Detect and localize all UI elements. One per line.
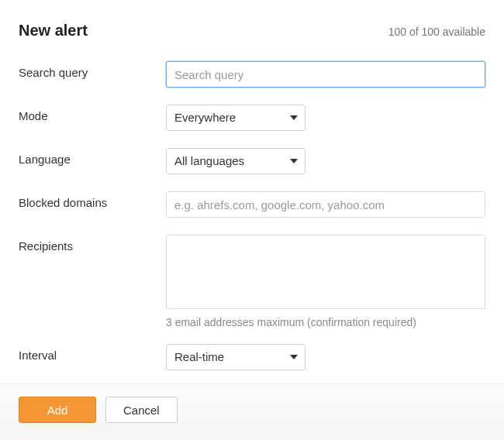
dialog-header: New alert 100 of 100 available: [19, 22, 485, 40]
row-language: Language All languages: [19, 148, 485, 174]
interval-select-value: Real-time: [166, 344, 306, 370]
dialog-body: New alert 100 of 100 available Search qu…: [0, 0, 504, 413]
mode-select-value: Everywhere: [166, 105, 306, 131]
interval-select[interactable]: Real-time: [166, 344, 306, 370]
recipients-input[interactable]: [166, 235, 485, 309]
language-select-value: All languages: [166, 148, 306, 174]
row-blocked-domains: Blocked domains: [19, 191, 485, 218]
mode-select[interactable]: Everywhere: [166, 105, 306, 131]
blocked-domains-input[interactable]: [166, 191, 485, 218]
row-search-query: Search query: [19, 61, 485, 88]
page-title: New alert: [19, 22, 88, 40]
label-recipients: Recipients: [19, 235, 166, 253]
language-select[interactable]: All languages: [166, 148, 306, 174]
alert-form: Search query Mode Everywhere: [19, 61, 485, 413]
cancel-button[interactable]: Cancel: [105, 397, 178, 423]
available-count: 100 of 100 available: [388, 26, 485, 38]
row-interval: Interval Real-time: [19, 344, 485, 370]
dialog-footer: Add Cancel: [0, 383, 504, 440]
label-blocked-domains: Blocked domains: [19, 191, 166, 209]
label-language: Language: [19, 148, 166, 166]
label-search-query: Search query: [19, 61, 166, 79]
recipients-hint: 3 email addresses maximum (confirmation …: [166, 316, 485, 328]
label-interval: Interval: [19, 344, 166, 362]
label-mode: Mode: [19, 105, 166, 122]
search-query-input[interactable]: [166, 61, 485, 88]
row-mode: Mode Everywhere: [19, 105, 485, 131]
row-recipients: Recipients: [19, 235, 485, 311]
new-alert-dialog: New alert 100 of 100 available Search qu…: [0, 0, 504, 440]
add-button[interactable]: Add: [19, 397, 96, 423]
